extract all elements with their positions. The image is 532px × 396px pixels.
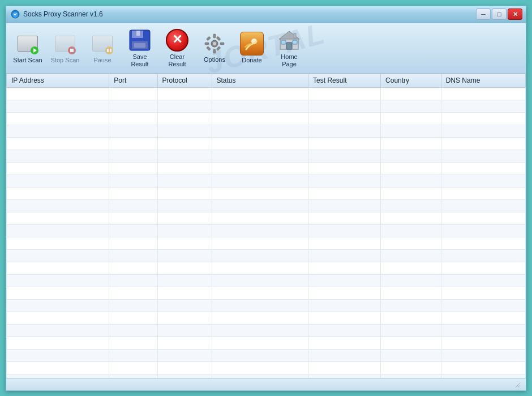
- home-icon: [277, 28, 301, 52]
- save-result-icon: [128, 28, 152, 52]
- clear-result-button[interactable]: ✕ Clear Result: [159, 25, 195, 71]
- table-row[interactable]: [7, 150, 526, 162]
- table-header-row: IP Address Port Protocol Status Test Res…: [7, 74, 526, 87]
- svg-rect-15: [216, 46, 221, 51]
- donate-label: Donate: [242, 57, 261, 64]
- table-row[interactable]: [7, 324, 526, 337]
- save-result-label: Save Result: [123, 53, 156, 68]
- table-row[interactable]: [7, 162, 526, 174]
- svg-rect-21: [293, 40, 297, 44]
- svg-rect-8: [213, 34, 216, 38]
- table-row[interactable]: [7, 125, 526, 137]
- table-row[interactable]: [7, 312, 526, 324]
- svg-rect-14: [207, 46, 211, 51]
- table-row[interactable]: [7, 174, 526, 187]
- save-result-button[interactable]: Save Result: [122, 25, 158, 71]
- col-port: Port: [109, 74, 157, 87]
- svg-rect-10: [205, 42, 209, 45]
- svg-line-23: [516, 383, 520, 388]
- clear-result-label: Clear Result: [161, 53, 194, 68]
- svg-rect-3: [136, 31, 140, 36]
- table-row[interactable]: [7, 237, 526, 249]
- window-title: Socks Proxy Scanner v1.6: [23, 10, 103, 18]
- start-scan-icon: [16, 32, 40, 56]
- table-row[interactable]: [7, 212, 526, 224]
- svg-rect-5: [134, 43, 145, 48]
- maximize-button[interactable]: □: [492, 8, 507, 20]
- table-row[interactable]: [7, 262, 526, 274]
- svg-rect-11: [220, 42, 224, 45]
- svg-rect-22: [294, 33, 296, 38]
- donate-button[interactable]: Donate: [234, 29, 270, 67]
- col-country: Country: [381, 74, 441, 87]
- svg-rect-12: [207, 36, 211, 41]
- svg-rect-9: [213, 49, 216, 53]
- table-row[interactable]: [7, 337, 526, 349]
- svg-rect-20: [281, 40, 286, 44]
- svg-rect-19: [286, 42, 292, 49]
- table-row[interactable]: [7, 137, 526, 150]
- table-row[interactable]: [7, 361, 526, 374]
- pause-icon: [91, 32, 114, 56]
- table-row[interactable]: [7, 249, 526, 262]
- main-window: Socks Proxy Scanner v1.6 ─ □ ✕ jORTAL St…: [6, 6, 526, 391]
- title-buttons: ─ □ ✕: [476, 8, 522, 20]
- stop-scan-label: Stop Scan: [51, 57, 80, 64]
- pause-button[interactable]: Pause: [84, 29, 121, 67]
- table-row[interactable]: [7, 187, 526, 199]
- home-page-button[interactable]: Home Page: [271, 25, 307, 71]
- col-test-result: Test Result: [308, 74, 381, 87]
- resize-grip: [512, 380, 521, 389]
- options-button[interactable]: Options: [196, 29, 233, 67]
- home-page-label: Home Page: [273, 53, 306, 68]
- svg-point-7: [213, 42, 216, 45]
- title-bar-left: Socks Proxy Scanner v1.6: [11, 10, 103, 19]
- stop-scan-button[interactable]: Stop Scan: [47, 29, 83, 67]
- options-label: Options: [204, 56, 225, 63]
- table-row[interactable]: [7, 87, 526, 100]
- col-dns-name: DNS Name: [441, 74, 525, 87]
- svg-line-24: [518, 385, 520, 388]
- stop-scan-icon: [53, 32, 77, 56]
- table-row[interactable]: [7, 299, 526, 312]
- title-bar: Socks Proxy Scanner v1.6 ─ □ ✕: [6, 6, 526, 23]
- table-row[interactable]: [7, 349, 526, 361]
- table-row[interactable]: [7, 199, 526, 212]
- app-icon: [11, 10, 20, 19]
- col-status: Status: [212, 74, 308, 87]
- table-row[interactable]: [7, 287, 526, 299]
- col-ip-address: IP Address: [7, 74, 109, 87]
- start-scan-label: Start Scan: [13, 57, 42, 64]
- svg-rect-13: [216, 36, 221, 41]
- results-table: IP Address Port Protocol Status Test Res…: [6, 74, 526, 378]
- table-body: [7, 87, 526, 377]
- table-row[interactable]: [7, 112, 526, 125]
- col-protocol: Protocol: [157, 74, 212, 87]
- svg-marker-18: [279, 31, 299, 39]
- toolbar: jORTAL Start Scan Stop Scan: [6, 23, 526, 74]
- pause-label: Pause: [93, 57, 111, 64]
- table-row[interactable]: [7, 100, 526, 112]
- content-area: IP Address Port Protocol Status Test Res…: [6, 74, 526, 378]
- options-icon: [203, 32, 226, 55]
- table-row[interactable]: [7, 274, 526, 287]
- minimize-button[interactable]: ─: [476, 8, 491, 20]
- status-bar: [6, 378, 526, 390]
- table-row[interactable]: [7, 224, 526, 237]
- clear-result-icon: ✕: [165, 28, 189, 52]
- close-button[interactable]: ✕: [508, 8, 522, 20]
- start-scan-button[interactable]: Start Scan: [10, 29, 46, 67]
- donate-icon: [240, 32, 264, 56]
